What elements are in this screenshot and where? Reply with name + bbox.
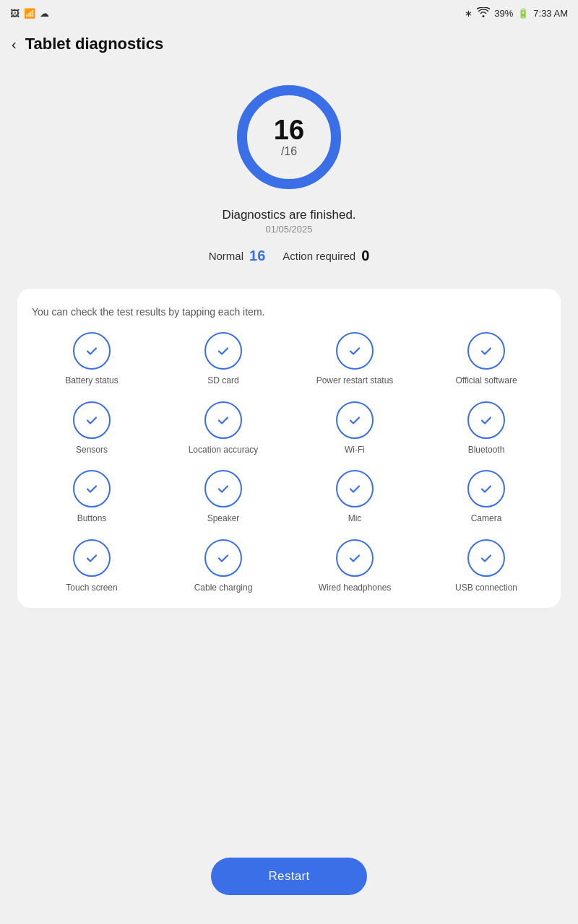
diag-item[interactable]: Mic: [292, 470, 418, 525]
page-title: Tablet diagnostics: [25, 35, 164, 53]
check-circle-13: [204, 539, 242, 577]
normal-count: 16: [249, 248, 265, 264]
finished-text: Diagnostics are finished.: [222, 208, 355, 222]
diag-date: 01/05/2025: [222, 224, 355, 235]
check-circle-11: [467, 470, 505, 507]
diag-item[interactable]: Cable charging: [160, 539, 286, 594]
results-hint: You can check the test results by tappin…: [29, 306, 549, 318]
progress-total: /16: [274, 145, 304, 158]
diag-label: Speaker: [207, 513, 240, 525]
action-label: Action required: [282, 250, 355, 262]
diag-item[interactable]: Power restart status: [292, 332, 418, 387]
check-circle-6: [336, 401, 374, 439]
check-circle-14: [336, 539, 374, 577]
diag-label: Buttons: [77, 513, 107, 525]
checkmark-icon: [84, 343, 100, 359]
normal-label: Normal: [209, 250, 243, 262]
diag-label: Touch screen: [66, 583, 117, 594]
restart-button[interactable]: Restart: [211, 858, 368, 895]
check-circle-3: [467, 332, 505, 370]
diag-label: USB connection: [455, 583, 517, 594]
check-circle-15: [467, 539, 505, 577]
action-count: 0: [361, 248, 369, 264]
check-circle-0: [73, 332, 111, 370]
battery-icon: 🔋: [517, 8, 529, 19]
checkmark-icon: [215, 550, 231, 566]
checkmark-icon: [84, 550, 100, 566]
checkmark-icon: [347, 481, 363, 497]
diag-label: Bluetooth: [468, 445, 505, 456]
summary-row: Normal 16 Action required 0: [209, 248, 370, 264]
diag-label: Wired headphones: [319, 583, 392, 594]
time: 7:33 AM: [533, 8, 568, 19]
diag-label: Location accuracy: [189, 445, 259, 456]
status-bar: 🖼 📶 ☁ ∗ 39% 🔋 7:33 AM: [0, 0, 578, 26]
check-circle-7: [467, 401, 505, 439]
diag-item[interactable]: Official software: [423, 332, 549, 387]
checkmark-icon: [478, 412, 494, 428]
checkmark-icon: [478, 343, 494, 359]
diag-item[interactable]: Sensors: [29, 401, 155, 456]
progress-current: 16: [274, 116, 304, 144]
checkmark-icon: [215, 412, 231, 428]
header: ‹ Tablet diagnostics: [0, 26, 578, 62]
checkmark-icon: [478, 550, 494, 566]
diag-item[interactable]: Bluetooth: [423, 401, 549, 456]
diag-label: Sensors: [76, 445, 108, 456]
diag-label: Wi-Fi: [345, 445, 365, 456]
checkmark-icon: [84, 412, 100, 428]
bluetooth-icon: ∗: [465, 8, 473, 19]
checkmark-icon: [347, 412, 363, 428]
restart-btn-container: Restart: [0, 858, 578, 895]
check-circle-12: [73, 539, 111, 577]
results-card: You can check the test results by tappin…: [17, 289, 561, 608]
diag-message: Diagnostics are finished. 01/05/2025: [222, 208, 355, 235]
diag-item[interactable]: Buttons: [29, 470, 155, 525]
wifi-icon: [477, 7, 490, 19]
check-circle-4: [73, 401, 111, 439]
items-grid: Battery status SD card Power restart sta…: [29, 332, 549, 593]
status-bar-left: 🖼 📶 ☁: [10, 8, 49, 19]
diag-label: SD card: [207, 375, 238, 387]
diag-label: Mic: [348, 513, 362, 525]
check-circle-10: [336, 470, 374, 507]
circle-text: 16 /16: [274, 116, 304, 158]
action-summary: Action required 0: [282, 248, 369, 264]
diag-item[interactable]: Wired headphones: [292, 539, 418, 594]
check-circle-8: [73, 470, 111, 507]
checkmark-icon: [215, 343, 231, 359]
diag-item[interactable]: Speaker: [160, 470, 286, 525]
back-button[interactable]: ‹: [12, 36, 17, 53]
diag-item[interactable]: Location accuracy: [160, 401, 286, 456]
check-circle-5: [204, 401, 242, 439]
diag-label: Power restart status: [316, 375, 394, 387]
diag-item[interactable]: Touch screen: [29, 539, 155, 594]
battery-percent: 39%: [494, 8, 513, 19]
diag-label: Cable charging: [194, 583, 253, 594]
progress-section: 16 /16 Diagnostics are finished. 01/05/2…: [0, 62, 578, 276]
gallery-icon: 🖼: [10, 8, 20, 19]
progress-circle: 16 /16: [231, 79, 347, 195]
checkmark-icon: [84, 481, 100, 497]
diag-item[interactable]: Wi-Fi: [292, 401, 418, 456]
check-circle-2: [336, 332, 374, 370]
check-circle-9: [204, 470, 242, 507]
status-bar-right: ∗ 39% 🔋 7:33 AM: [465, 7, 568, 19]
diag-item[interactable]: Battery status: [29, 332, 155, 387]
checkmark-icon: [215, 481, 231, 497]
cloud-icon: ☁: [40, 8, 49, 19]
check-circle-1: [204, 332, 242, 370]
diag-item[interactable]: SD card: [160, 332, 286, 387]
sim-icon: 📶: [24, 8, 35, 19]
normal-summary: Normal 16: [209, 248, 266, 264]
diag-label: Battery status: [65, 375, 118, 387]
diag-item[interactable]: Camera: [423, 470, 549, 525]
diag-label: Official software: [455, 375, 517, 387]
diag-label: Camera: [471, 513, 502, 525]
checkmark-icon: [478, 481, 494, 497]
checkmark-icon: [347, 343, 363, 359]
diag-item[interactable]: USB connection: [423, 539, 549, 594]
checkmark-icon: [347, 550, 363, 566]
